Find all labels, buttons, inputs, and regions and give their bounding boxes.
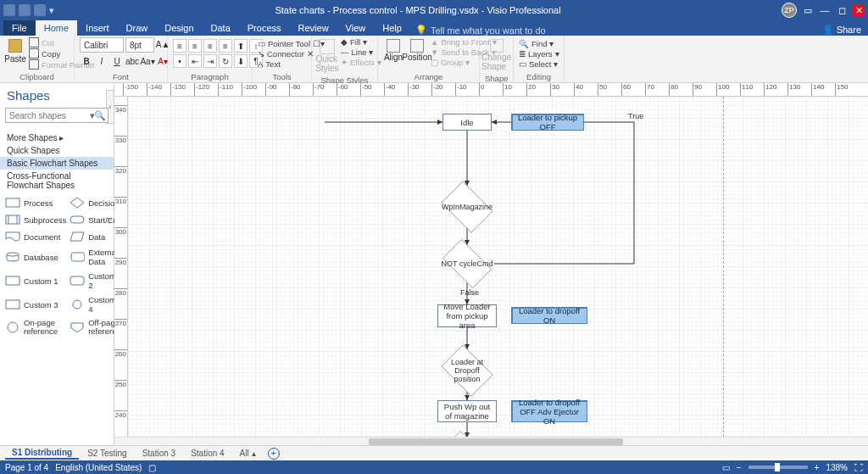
close-icon[interactable]: ✕ bbox=[853, 4, 865, 16]
node-loader-at-dropoff[interactable]: Loader at Dropoff position bbox=[437, 349, 497, 392]
fill-button[interactable]: ◆ Fill▾ bbox=[341, 37, 381, 47]
tab-data[interactable]: Data bbox=[203, 20, 239, 36]
valign-bot-icon[interactable]: ⬇ bbox=[234, 54, 248, 68]
align-left-icon[interactable]: ≡ bbox=[173, 39, 186, 53]
hscroll-thumb[interactable] bbox=[369, 438, 623, 445]
add-page-button[interactable]: + bbox=[268, 448, 280, 460]
indent-dec-icon[interactable]: ⇤ bbox=[188, 54, 202, 68]
tab-draw[interactable]: Draw bbox=[118, 20, 157, 36]
paste-button[interactable]: Paste bbox=[5, 37, 25, 65]
align-center-icon[interactable]: ≡ bbox=[188, 39, 202, 53]
group-label-tools: Tools bbox=[258, 71, 306, 82]
node-not-cyclecmd[interactable]: NOT cycleCmd bbox=[437, 245, 497, 282]
node-idle[interactable]: Idle bbox=[442, 114, 492, 131]
group-label-font: Font bbox=[80, 71, 162, 82]
ribbon-tabs: File Home Insert Draw Design Data Proces… bbox=[0, 20, 868, 36]
zoom-slider[interactable] bbox=[748, 466, 808, 469]
page-tabs: S1 Distributing S2 Testing Station 3 Sta… bbox=[0, 445, 868, 460]
page-tab-all[interactable]: All ▴ bbox=[233, 448, 263, 459]
page-tab-s3[interactable]: Station 3 bbox=[136, 448, 182, 459]
qat-redo-icon[interactable] bbox=[34, 4, 46, 16]
ribbon-display-icon[interactable]: ▭ bbox=[802, 4, 814, 16]
cut-icon bbox=[29, 37, 39, 47]
shape-custom1[interactable]: Custom 1 bbox=[5, 271, 66, 290]
tab-file[interactable]: File bbox=[3, 20, 36, 36]
minimize-icon[interactable]: — bbox=[819, 4, 831, 16]
drawing-canvas[interactable]: Idle Loader to pickup OFF WpInMagazine N… bbox=[128, 97, 868, 437]
zoom-level[interactable]: 138% bbox=[826, 463, 848, 472]
bold-button[interactable]: B bbox=[80, 54, 93, 68]
valign-top-icon[interactable]: ⬆ bbox=[234, 39, 248, 53]
shape-document[interactable]: Document bbox=[5, 231, 66, 243]
node-loader-dropoff-off[interactable]: Loader to dropoff OFF Adv Ejector ON bbox=[511, 400, 587, 422]
zoom-slider-thumb[interactable] bbox=[775, 463, 780, 471]
tab-insert[interactable]: Insert bbox=[77, 20, 118, 36]
position-button[interactable]: Position bbox=[407, 37, 427, 64]
font-name-combo[interactable]: Calibri bbox=[80, 37, 124, 53]
bullets-icon[interactable]: • bbox=[173, 54, 186, 68]
zoom-out-icon[interactable]: − bbox=[737, 463, 742, 472]
node-loader-pickup-off[interactable]: Loader to pickup OFF bbox=[511, 114, 584, 131]
shape-process[interactable]: Process bbox=[5, 197, 66, 209]
macro-record-icon[interactable]: ▢ bbox=[148, 463, 156, 472]
tell-me-search[interactable]: 💡Tell me what you want to do bbox=[415, 25, 546, 36]
node-wp-in-magazine[interactable]: WpInMagazine bbox=[437, 186, 497, 228]
user-avatar[interactable]: ZP bbox=[782, 3, 797, 18]
align-button[interactable]: Align bbox=[383, 37, 403, 64]
grid-background bbox=[128, 97, 868, 437]
page-tab-s2[interactable]: S2 Testing bbox=[81, 448, 134, 459]
shape-custom3[interactable]: Custom 3 bbox=[5, 295, 66, 314]
align-right-icon[interactable]: ≡ bbox=[203, 39, 217, 53]
svg-rect-8 bbox=[6, 276, 19, 285]
stencil-quick-shapes[interactable]: Quick Shapes bbox=[0, 144, 114, 157]
node-loader-dropoff-on[interactable]: Loader to dropoff ON bbox=[511, 307, 587, 324]
shape-subprocess[interactable]: Subprocess bbox=[5, 214, 66, 226]
indent-inc-icon[interactable]: ⇥ bbox=[203, 54, 217, 68]
effects-button[interactable]: ✦ Effects▾ bbox=[341, 58, 381, 67]
share-button[interactable]: 👤 Share bbox=[822, 25, 861, 36]
quick-access-toolbar: ▾ bbox=[3, 4, 54, 16]
fit-page-icon[interactable]: ⛶ bbox=[854, 463, 863, 472]
qat-undo-icon[interactable] bbox=[19, 4, 31, 16]
stencil-basic-flowchart[interactable]: Basic Flowchart Shapes bbox=[0, 157, 114, 170]
shape-onpage-ref[interactable]: On-page reference bbox=[5, 319, 66, 335]
tab-view[interactable]: View bbox=[337, 20, 375, 36]
stencil-more-shapes[interactable]: More Shapes ▸ bbox=[0, 131, 114, 144]
tab-help[interactable]: Help bbox=[374, 20, 410, 36]
horizontal-scrollbar[interactable] bbox=[114, 437, 868, 445]
svg-rect-5 bbox=[70, 216, 84, 223]
italic-button[interactable]: I bbox=[95, 54, 108, 68]
font-case-button[interactable]: Aa▾ bbox=[141, 54, 154, 68]
zoom-in-icon[interactable]: + bbox=[815, 463, 820, 472]
shape-database[interactable]: Database bbox=[5, 248, 66, 266]
search-icon[interactable]: 🔍 bbox=[94, 110, 106, 121]
position-icon bbox=[410, 39, 424, 53]
status-language[interactable]: English (United States) bbox=[55, 463, 142, 472]
tab-process[interactable]: Process bbox=[239, 20, 290, 36]
qat-save-icon[interactable] bbox=[3, 4, 15, 16]
quick-styles-button[interactable]: Quick Styles bbox=[317, 37, 337, 75]
stencil-cross-functional[interactable]: Cross-Functional Flowchart Shapes bbox=[0, 170, 114, 192]
presentation-mode-icon[interactable]: ▭ bbox=[722, 463, 730, 472]
page-break-line bbox=[723, 97, 724, 437]
rotate-text-icon[interactable]: ↻ bbox=[219, 54, 232, 68]
tab-design[interactable]: Design bbox=[156, 20, 202, 36]
find-button[interactable]: 🔍 Find▾ bbox=[519, 39, 559, 48]
align-justify-icon[interactable]: ≡ bbox=[219, 39, 232, 53]
layers-button[interactable]: ≣ Layers▾ bbox=[519, 49, 559, 59]
maximize-icon[interactable]: ◻ bbox=[836, 4, 848, 16]
line-button[interactable]: — Line▾ bbox=[341, 47, 381, 57]
underline-button[interactable]: U bbox=[110, 54, 124, 68]
font-size-combo[interactable]: 8pt bbox=[125, 37, 154, 53]
copy-icon bbox=[29, 48, 39, 59]
node-push-wp[interactable]: Push Wp out of magazine bbox=[437, 400, 497, 422]
tab-home[interactable]: Home bbox=[36, 20, 77, 36]
select-button[interactable]: ▭ Select▾ bbox=[519, 59, 559, 69]
svg-point-11 bbox=[73, 300, 81, 309]
strike-button[interactable]: abc bbox=[125, 54, 139, 68]
page-tab-s4[interactable]: Station 4 bbox=[184, 448, 231, 459]
change-shape-button[interactable]: Change Shape bbox=[485, 37, 508, 73]
node-move-loader[interactable]: Move Loader from pickup area bbox=[437, 304, 497, 327]
page-tab-s1[interactable]: S1 Distributing bbox=[5, 447, 79, 460]
tab-review[interactable]: Review bbox=[290, 20, 337, 36]
